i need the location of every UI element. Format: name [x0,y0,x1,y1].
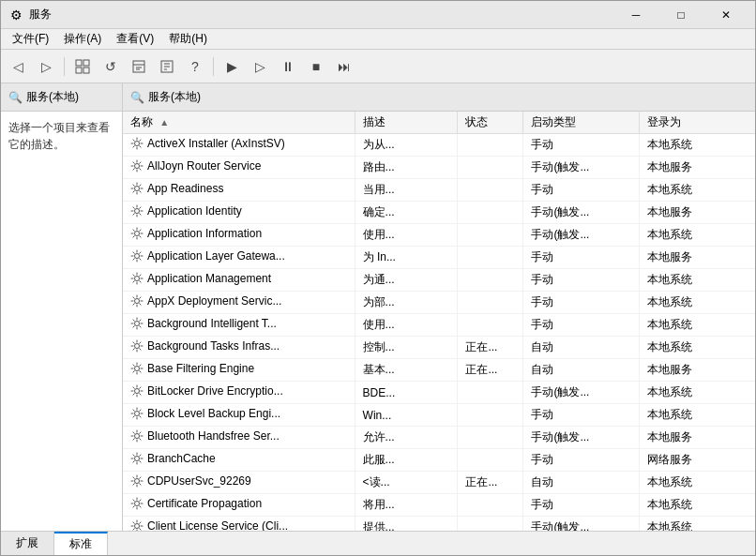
cell-status [458,494,523,517]
cell-desc: 为部... [355,292,458,314]
cell-desc: 控制... [355,337,458,359]
forward-button[interactable]: ▷ [33,53,59,80]
start-service-button[interactable]: ▶ [219,53,245,80]
window-icon: ⚙ [8,8,23,23]
cell-logon: 网络服务 [639,449,755,472]
table-row[interactable]: AllJoyn Router Service路由...手动(触发...本地服务 [123,157,755,179]
toolbar-separator-1 [64,57,65,76]
window-controls: ─ □ ✕ [614,1,748,29]
table-row[interactable]: Block Level Backup Engi...Win...手动本地系统 [123,404,755,427]
cell-status [458,247,523,269]
cell-service-name: Background Intelligent T... [123,314,355,337]
table-row[interactable]: Application Identity确定...手动(触发...本地服务 [123,202,755,224]
toolbar-separator-2 [213,57,214,76]
cell-logon: 本地服务 [639,427,755,449]
table-row[interactable]: AppX Deployment Servic...为部...手动本地系统 [123,292,755,314]
cell-desc: 当用... [355,179,458,202]
col-startup[interactable]: 启动类型 [523,112,640,134]
cell-service-name: Application Layer Gatewa... [123,247,355,269]
table-row[interactable]: Bluetooth Handsfree Ser...允许...手动(触发...本… [123,427,755,449]
search-icon: 🔍 [8,91,23,104]
cell-startup: 手动 [523,179,640,202]
cell-startup: 手动 [523,404,640,427]
svg-point-25 [135,434,140,439]
back-button[interactable]: ◁ [5,53,31,80]
maximize-button[interactable]: □ [659,1,703,29]
col-status[interactable]: 状态 [458,112,523,134]
cell-startup: 手动(触发... [523,202,640,224]
svg-point-23 [135,389,140,394]
cell-desc: 允许... [355,427,458,449]
cell-logon: 本地系统 [639,337,755,359]
tab-standard[interactable]: 标准 [54,532,108,555]
menu-file[interactable]: 文件(F) [5,29,56,49]
table-row[interactable]: Application Layer Gatewa...为 In...手动本地服务 [123,247,755,269]
cell-status [458,427,523,449]
services-table-container[interactable]: 名称 ▲ 描述 状态 启动类型 登录为 ActiveX Installer (A… [123,112,755,531]
svg-point-24 [135,412,140,416]
cell-startup: 自动 [523,359,640,382]
svg-point-16 [135,232,140,236]
menu-view[interactable]: 查看(V) [109,29,161,49]
cell-logon: 本地系统 [639,494,755,517]
cell-startup: 手动 [523,269,640,292]
minimize-button[interactable]: ─ [614,1,658,29]
table-row[interactable]: BranchCache此服...手动网络服务 [123,449,755,472]
col-name[interactable]: 名称 ▲ [123,112,355,134]
properties-button[interactable] [154,53,180,80]
tab-expand[interactable]: 扩展 [1,532,54,555]
cell-status [458,179,523,202]
cell-startup: 自动 [523,337,640,359]
cell-logon: 本地系统 [639,292,755,314]
svg-point-14 [135,187,140,191]
start2-button[interactable]: ▷ [247,53,273,80]
cell-service-name: BranchCache [123,449,355,472]
table-row[interactable]: BitLocker Drive Encryptio...BDE...手动(触发.… [123,382,755,404]
cell-service-name: Background Tasks Infras... [123,337,355,359]
cell-startup: 自动 [523,472,640,494]
table-row[interactable]: ActiveX Installer (AxInstSV)为从...手动本地系统 [123,134,755,157]
stop-button[interactable]: ■ [303,53,329,80]
cell-desc: 使用... [355,224,458,247]
cell-logon: 本地系统 [639,472,755,494]
refresh-button[interactable]: ↺ [98,53,124,80]
cell-service-name: Bluetooth Handsfree Ser... [123,427,355,449]
cell-desc: <读... [355,472,458,494]
svg-rect-4 [133,61,144,72]
col-logon[interactable]: 登录为 [639,112,755,134]
menu-action[interactable]: 操作(A) [56,29,109,49]
export-icon [131,59,146,74]
pause-button[interactable]: ⏸ [275,53,301,80]
menu-help[interactable]: 帮助(H) [161,29,215,49]
close-button[interactable]: ✕ [704,1,748,29]
cell-desc: 为 In... [355,247,458,269]
table-row[interactable]: Application Management为通...手动本地系统 [123,269,755,292]
cell-desc: BDE... [355,382,458,404]
table-row[interactable]: Application Information使用...手动(触发...本地系统 [123,224,755,247]
left-panel-header: 🔍 服务(本地) [1,83,122,112]
cell-status [458,292,523,314]
cell-status: 正在... [458,359,523,382]
cell-logon: 本地系统 [639,517,755,532]
cell-desc: 使用... [355,314,458,337]
help-button[interactable]: ? [182,53,208,80]
table-row[interactable]: Client License Service (Cli...提供...手动(触发… [123,517,755,532]
table-row[interactable]: Base Filtering Engine基本...正在...自动本地服务 [123,359,755,382]
table-row[interactable]: CDPUserSvc_92269<读...正在...自动本地系统 [123,472,755,494]
right-panel-title: 服务(本地) [148,89,201,105]
col-desc[interactable]: 描述 [355,112,458,134]
svg-point-28 [135,502,140,506]
cell-logon: 本地系统 [639,269,755,292]
svg-point-20 [135,322,140,326]
table-row[interactable]: App Readiness当用...手动本地系统 [123,179,755,202]
table-row[interactable]: Certificate Propagation将用...手动本地系统 [123,494,755,517]
table-row[interactable]: Background Tasks Infras...控制...正在...自动本地… [123,337,755,359]
cell-service-name: ActiveX Installer (AxInstSV) [123,134,355,157]
table-row[interactable]: Background Intelligent T...使用...手动本地系统 [123,314,755,337]
restart-button[interactable]: ⏭ [331,53,357,80]
cell-status [458,314,523,337]
cell-status [458,382,523,404]
view-button[interactable] [69,53,96,80]
svg-rect-0 [76,60,82,66]
export-button[interactable] [126,53,152,80]
